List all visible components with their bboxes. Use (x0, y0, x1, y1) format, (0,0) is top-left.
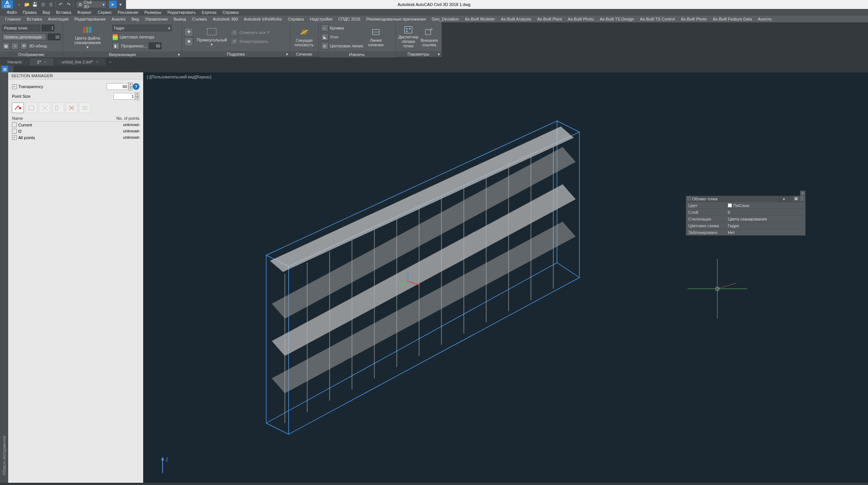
property-row[interactable]: Слой0 (686, 209, 805, 215)
menu-item[interactable]: Вид (40, 10, 53, 15)
tool-icon[interactable] (52, 103, 64, 113)
ribbon-tab[interactable]: Вид (129, 17, 142, 21)
menu-item[interactable]: Правка (20, 10, 40, 15)
pointcloud-manager-button[interactable]: Диспетчероблака точек (398, 26, 419, 48)
edge-icon[interactable]: ⌐ (321, 24, 328, 32)
ribbon-tab[interactable]: Анализ (109, 17, 129, 21)
table-row[interactable]: f2 unknown (12, 128, 139, 134)
palette-close-icon[interactable]: × (800, 191, 805, 196)
crop-delete-icon[interactable]: ✖ (184, 37, 193, 46)
ribbon-tab[interactable]: Аннота (755, 17, 774, 21)
qat-saveas-icon[interactable]: ⎙ (39, 1, 47, 8)
point-size-input[interactable] (42, 25, 54, 31)
corner-icon[interactable]: ◣ (321, 33, 328, 41)
ribbon-tab[interactable]: Главная (2, 17, 24, 21)
menu-item[interactable]: Файл (4, 10, 20, 15)
qat-print-icon[interactable]: ⎙ (47, 1, 55, 8)
row-checkbox[interactable] (12, 122, 17, 127)
table-row[interactable]: ✓All points unknown (12, 134, 139, 141)
menu-item[interactable]: Вставка (53, 10, 74, 15)
ribbon-tab[interactable]: Autodesk 360 (210, 17, 241, 21)
spinner[interactable]: ▲▼ (128, 82, 133, 91)
crop-create-icon[interactable]: ✚ (184, 28, 193, 37)
tool-list-icon[interactable] (79, 103, 91, 113)
transparency-input[interactable] (149, 43, 161, 49)
tool-icon[interactable] (25, 103, 37, 113)
qat-undo-icon[interactable]: ↶ (57, 1, 65, 8)
crop-rectangular-button[interactable]: Прямоугольный▾ (195, 26, 228, 48)
ribbon-tab[interactable]: Надстройки (307, 17, 335, 21)
row-checkbox[interactable]: ✓ (12, 135, 17, 140)
ribbon-tab[interactable]: As-Built TS Control (637, 17, 678, 21)
corner-button[interactable]: Угол (330, 35, 339, 39)
property-row[interactable]: ЦветПоСлою (686, 202, 805, 209)
close-icon[interactable]: × (96, 60, 98, 64)
property-row[interactable]: ЗаблокированоНет (686, 229, 805, 235)
ribbon-tab[interactable]: Вставка (24, 17, 45, 21)
legend-button[interactable]: Цветовая легенда (120, 35, 154, 39)
ribbon-tab[interactable]: СПДС 2018 (335, 17, 363, 21)
display-tool-icon[interactable]: 👁 (20, 42, 28, 50)
qat-save-icon[interactable]: 💾 (31, 1, 39, 8)
section-plane-button[interactable]: Секущаяплоскость (292, 26, 316, 48)
ribbon-tab[interactable]: Вывод (171, 17, 189, 21)
viewport-3d[interactable]: [-][Пользовательский вид][Каркас] (143, 72, 868, 483)
scan-file-colors-button[interactable]: Цвета файла сканирования ▾ (65, 26, 110, 48)
ribbon-tab[interactable]: Редактирование (72, 17, 109, 21)
display-tool-icon[interactable]: ▦ (2, 42, 10, 50)
menu-item[interactable]: Размеры (141, 10, 164, 15)
workspace-combo[interactable]: ⚙ Civil 3D ▾ (76, 1, 106, 8)
help-icon[interactable]: ? (133, 83, 139, 90)
ribbon-tab[interactable]: As-Built Feature Data (710, 17, 755, 21)
grip-icon[interactable] (687, 197, 691, 201)
row-checkbox[interactable] (12, 129, 17, 134)
palette-options-icon[interactable]: ⋮ (799, 196, 805, 201)
palette-titlebar[interactable]: Облако точек ▾ ▦ ⋮ × (686, 196, 805, 202)
section-line-button[interactable]: Линиясечения (365, 26, 386, 48)
file-tab[interactable]: unfold_line 2.dxf*× (54, 58, 106, 66)
palette-pin-icon[interactable]: ▦ (793, 196, 799, 201)
external-ref-button[interactable]: Внешняяссылка (419, 26, 439, 48)
tool-icon[interactable] (39, 103, 51, 113)
qat-new-icon[interactable]: ▫ (15, 1, 23, 8)
ribbon-tab[interactable]: As-Built Plant (534, 17, 565, 21)
menu-item[interactable]: Рисование (115, 10, 141, 15)
quick-properties-palette[interactable]: Облако точек ▾ ▦ ⋮ × ЦветПоСлою Слой0 Ст… (686, 195, 806, 236)
ribbon-tab[interactable]: Аннотации (45, 17, 72, 21)
menu-item[interactable]: Сервис (95, 10, 115, 15)
file-tab[interactable]: 1*× (29, 58, 54, 66)
ribbon-tab[interactable]: Справка (285, 17, 307, 21)
spinner[interactable]: ▲▼ (135, 92, 139, 100)
qat-share-icon[interactable]: ➤ (109, 1, 117, 8)
edge-button[interactable]: Кромка (330, 26, 344, 30)
color-scheme-combo[interactable]: Гидро▾ (112, 25, 172, 31)
menu-item[interactable]: Справка (220, 10, 242, 15)
new-tab-button[interactable]: + (106, 58, 114, 66)
menu-item[interactable]: Express (199, 10, 220, 15)
detail-level-input[interactable] (48, 34, 60, 40)
toolspace-icon[interactable]: ▦ (1, 66, 8, 72)
tool-delete-icon[interactable] (66, 103, 78, 113)
close-icon[interactable]: × (44, 60, 46, 64)
ribbon-tab[interactable]: As-Built TS Design (597, 17, 637, 21)
menu-item[interactable]: Редактировать (164, 10, 199, 15)
qat-open-icon[interactable]: 📂 (23, 1, 31, 8)
ribbon-tab[interactable]: Управление (142, 17, 171, 21)
tool-define-icon[interactable] (12, 103, 24, 113)
transparency-input[interactable] (107, 83, 128, 90)
menu-item[interactable]: Формат (74, 10, 95, 15)
transparency-checkbox[interactable]: ✓ (12, 84, 17, 89)
property-row[interactable]: СтилизацияЦвета сканирования (686, 215, 805, 222)
table-row[interactable]: Current unknown (12, 122, 139, 128)
ribbon-tab[interactable]: Autodesk InfraWorks (241, 17, 285, 21)
palette-dropdown[interactable]: ▾ (779, 196, 788, 202)
ribbon-tab[interactable]: Geo_Deviation (429, 17, 462, 21)
ribbon-tab[interactable]: As-Built Photo (565, 17, 597, 21)
ribbon-tab[interactable]: Рекомендованные приложения (363, 17, 429, 21)
property-row[interactable]: Цветовая схемаГидро (686, 222, 805, 229)
centerline-button[interactable]: Центровая линия (330, 44, 363, 48)
centerline-icon[interactable]: ⊖ (321, 42, 328, 50)
ribbon-tab[interactable]: As-Built Photo (678, 17, 710, 21)
app-logo[interactable]: AC3D (1, 0, 13, 9)
file-tab-start[interactable]: Начало (0, 58, 29, 66)
